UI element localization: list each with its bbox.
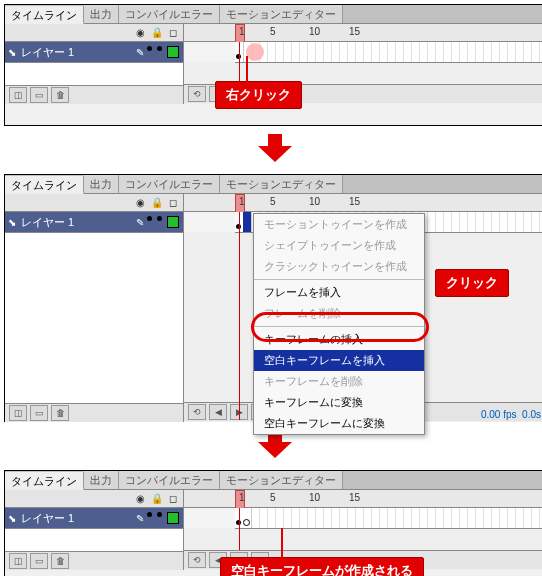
new-layer-button[interactable]: ◫: [9, 87, 27, 103]
outline-icon[interactable]: ◻: [169, 27, 177, 38]
lock-toggle[interactable]: [157, 46, 162, 51]
tab-output-3[interactable]: 出力: [84, 471, 119, 489]
arrow-1: [4, 134, 542, 164]
outline-icon[interactable]: ◻: [169, 197, 177, 208]
ruler-5: 5: [270, 492, 276, 503]
ruler-1: 1: [239, 26, 245, 37]
eye-icon[interactable]: ◉: [136, 493, 145, 504]
layer-empty-2: [5, 233, 183, 404]
ruler-15: 15: [349, 492, 360, 503]
tf-btn-2[interactable]: ◀: [209, 404, 227, 420]
tf-btn-1[interactable]: ⟲: [188, 404, 206, 420]
new-folder-button[interactable]: ▭: [30, 87, 48, 103]
tab-motion-3[interactable]: モーションエディター: [220, 471, 343, 489]
ctx-insert-kf[interactable]: キーフレームの挿入: [254, 326, 424, 350]
ruler-1: 1: [239, 196, 245, 207]
callout-right-click: 右クリック: [215, 81, 302, 109]
tab-motion-2[interactable]: モーションエディター: [220, 175, 343, 193]
ctx-convert-blank-kf[interactable]: 空白キーフレームに変換: [254, 413, 424, 434]
step-3: タイムライン 出力 コンパイルエラー モーションエディター ◉ 🔒 ◻ ⬊ レイ…: [4, 470, 542, 576]
ruler-10: 10: [309, 492, 320, 503]
tab-compiler-2[interactable]: コンパイルエラー: [119, 175, 220, 193]
ruler-10: 10: [309, 26, 320, 37]
frames-track-3[interactable]: [235, 508, 542, 529]
timeline-empty-3: [184, 528, 542, 551]
layer-name-3[interactable]: レイヤー 1: [19, 511, 133, 526]
layer-empty: [5, 63, 183, 86]
new-folder-button[interactable]: ▭: [30, 405, 48, 421]
panel-tabs[interactable]: タイムライン 出力 コンパイルエラー モーションエディター: [5, 5, 542, 24]
playhead-line-2: [239, 212, 240, 420]
layer-footer-3: ◫ ▭ 🗑: [5, 552, 183, 570]
outline-icon[interactable]: ◻: [169, 493, 177, 504]
frame-ruler-3[interactable]: 1 5 10 15: [184, 490, 542, 508]
layer-header-3: ◉ 🔒 ◻: [5, 490, 183, 508]
ctx-motion-tween: モーショントゥイーンを作成: [254, 214, 424, 235]
tab-compiler[interactable]: コンパイルエラー: [119, 5, 220, 23]
layer-header-2: ◉ 🔒 ◻: [5, 194, 183, 212]
ruler-1: 1: [239, 492, 245, 503]
frame-ruler[interactable]: 1 5 10 15: [184, 24, 542, 42]
lock-icon[interactable]: 🔒: [151, 197, 163, 208]
blank-keyframe-2[interactable]: [243, 519, 250, 526]
ruler-15: 15: [349, 196, 360, 207]
pencil-icon: ✎: [133, 217, 147, 228]
lock-toggle[interactable]: [157, 512, 162, 517]
panel-tabs-3[interactable]: タイムライン 出力 コンパイルエラー モーションエディター: [5, 471, 542, 490]
callout-click: クリック: [435, 269, 509, 297]
layer-name-2[interactable]: レイヤー 1: [19, 215, 133, 230]
ctx-delete-kf: キーフレームを削除: [254, 371, 424, 392]
delete-layer-button[interactable]: 🗑: [51, 405, 69, 421]
new-layer-button[interactable]: ◫: [9, 405, 27, 421]
layer-header: ◉ 🔒 ◻: [5, 24, 183, 42]
outline-toggle[interactable]: [167, 512, 179, 524]
selected-frame[interactable]: [243, 212, 252, 232]
new-layer-button[interactable]: ◫: [9, 553, 27, 569]
layer-name[interactable]: レイヤー 1: [19, 45, 133, 60]
tab-output-2[interactable]: 出力: [84, 175, 119, 193]
lock-icon[interactable]: 🔒: [151, 27, 163, 38]
lock-toggle[interactable]: [157, 216, 162, 221]
layer-row[interactable]: ⬊ レイヤー 1 ✎: [5, 42, 183, 63]
vis-toggle[interactable]: [147, 512, 152, 517]
outline-toggle[interactable]: [167, 46, 179, 58]
eye-icon[interactable]: ◉: [136, 197, 145, 208]
ctx-convert-kf[interactable]: キーフレームに変換: [254, 392, 424, 413]
tab-timeline-3[interactable]: タイムライン: [5, 472, 84, 490]
cursor-indicator: [246, 43, 264, 61]
tab-timeline-2[interactable]: タイムライン: [5, 176, 84, 194]
ctx-insert-blank-kf[interactable]: 空白キーフレームを挿入: [254, 350, 424, 371]
vis-toggle[interactable]: [147, 46, 152, 51]
ruler-5: 5: [270, 196, 276, 207]
callout-blank-kf: 空白キーフレームが作成される: [220, 557, 424, 576]
frames-track[interactable]: [235, 42, 542, 63]
tf-btn-1[interactable]: ⟲: [188, 552, 206, 568]
frame-ruler-2[interactable]: 1 5 10 15: [184, 194, 542, 212]
layer-row-3[interactable]: ⬊ レイヤー 1 ✎: [5, 508, 183, 529]
playhead-line: [239, 42, 240, 84]
tf-btn-1[interactable]: ⟲: [188, 86, 206, 102]
tab-motion[interactable]: モーションエディター: [220, 5, 343, 23]
ctx-delete-frame: フレームを削除: [254, 303, 424, 324]
layer-type-icon: ⬊: [5, 513, 19, 524]
ctx-insert-frame[interactable]: フレームを挿入: [254, 279, 424, 303]
delete-layer-button[interactable]: 🗑: [51, 553, 69, 569]
ruler-10: 10: [309, 196, 320, 207]
tab-timeline[interactable]: タイムライン: [5, 6, 84, 24]
eye-icon[interactable]: ◉: [136, 27, 145, 38]
lock-icon[interactable]: 🔒: [151, 493, 163, 504]
layer-row-2[interactable]: ⬊ レイヤー 1 ✎: [5, 212, 183, 233]
layer-footer: ◫ ▭ 🗑: [5, 86, 183, 104]
context-menu[interactable]: モーショントゥイーンを作成 シェイプトゥイーンを作成 クラシックトゥイーンを作成…: [253, 213, 425, 435]
pencil-icon: ✎: [133, 47, 147, 58]
new-folder-button[interactable]: ▭: [30, 553, 48, 569]
step-1: タイムライン 出力 コンパイルエラー モーションエディター ◉ 🔒 ◻ ⬊ レイ…: [4, 4, 542, 126]
vis-toggle[interactable]: [147, 216, 152, 221]
tab-output[interactable]: 出力: [84, 5, 119, 23]
tab-compiler-3[interactable]: コンパイルエラー: [119, 471, 220, 489]
ruler-15: 15: [349, 26, 360, 37]
ctx-classic-tween: クラシックトゥイーンを作成: [254, 256, 424, 277]
outline-toggle[interactable]: [167, 216, 179, 228]
delete-layer-button[interactable]: 🗑: [51, 87, 69, 103]
panel-tabs-2[interactable]: タイムライン 出力 コンパイルエラー モーションエディター: [5, 175, 542, 194]
